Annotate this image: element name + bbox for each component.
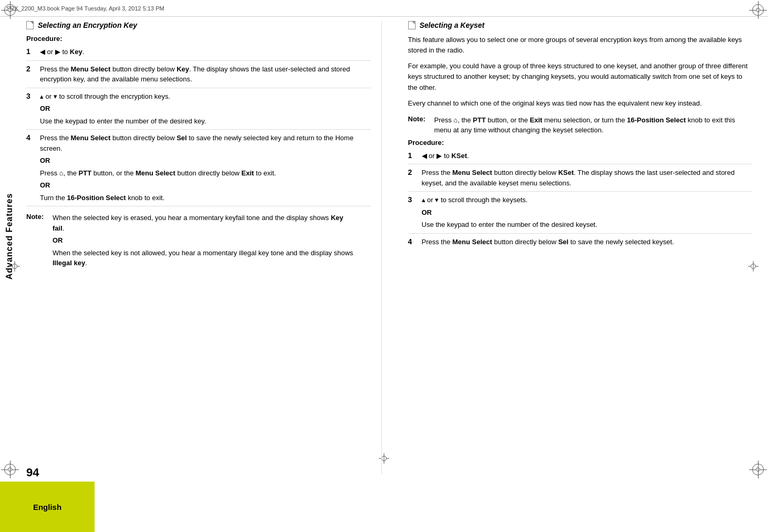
left-step-4: 4 Press the Menu Select button directly … bbox=[26, 133, 371, 206]
left-note-or: OR bbox=[53, 235, 371, 246]
left-step-1-content: ◀ or ▶ to Key. bbox=[40, 47, 84, 57]
right-section-title: Selecting a Keyset bbox=[408, 21, 753, 29]
corner-target-tl bbox=[4, 4, 16, 16]
left-section-title: Selecting an Encryption Key bbox=[26, 21, 371, 29]
right-step-1: 1 ◀ or ▶ to KSet. bbox=[408, 151, 753, 165]
left-step-3: 3 ▴ or ▾ to scroll through the encryptio… bbox=[26, 91, 371, 130]
doc-icon-left bbox=[26, 21, 34, 29]
left-note-content: When the selected key is erased, you hea… bbox=[53, 213, 371, 268]
right-step-4: 4 Press the Menu Select button directly … bbox=[408, 237, 753, 251]
right-step-3-num: 3 bbox=[408, 195, 417, 204]
english-tab-label: English bbox=[33, 503, 61, 512]
right-step-2-num: 2 bbox=[408, 168, 417, 176]
right-step-3-or: OR bbox=[422, 207, 598, 218]
right-step-2: 2 Press the Menu Select button directly … bbox=[408, 168, 753, 192]
right-step-3: 3 ▴ or ▾ to scroll through the keysets. … bbox=[408, 195, 753, 234]
right-step-3-content: ▴ or ▾ to scroll through the keysets. OR… bbox=[422, 195, 598, 230]
left-step-2-num: 2 bbox=[26, 65, 35, 73]
left-step-2: 2 Press the Menu Select button directly … bbox=[26, 64, 371, 88]
right-step-4-num: 4 bbox=[408, 237, 417, 246]
left-title-text: Selecting an Encryption Key bbox=[38, 21, 137, 29]
left-step-3-or: OR bbox=[40, 103, 206, 114]
left-procedure-heading: Procedure: bbox=[26, 35, 371, 43]
doc-icon-right bbox=[408, 21, 416, 29]
right-column: Selecting a Keyset This feature allows y… bbox=[403, 21, 753, 474]
right-intro-para2: For example, you could have a group of t… bbox=[408, 61, 753, 92]
main-content: Selecting an Encryption Key Procedure: 1… bbox=[26, 21, 752, 474]
left-step-3-num: 3 bbox=[26, 92, 35, 100]
left-column: Selecting an Encryption Key Procedure: 1… bbox=[26, 21, 382, 474]
right-note-content: Press ⌂, the PTT button, or the Exit men… bbox=[434, 115, 753, 135]
left-step-4-or2: OR bbox=[40, 180, 371, 191]
corner-target-bl bbox=[4, 464, 16, 475]
yellow-circle bbox=[11, 496, 24, 510]
columns: Selecting an Encryption Key Procedure: 1… bbox=[26, 21, 752, 474]
right-step-1-num: 1 bbox=[408, 151, 417, 160]
corner-target-br bbox=[752, 464, 764, 475]
left-step-3-content: ▴ or ▾ to scroll through the encryption … bbox=[40, 91, 206, 127]
left-note-label: Note: bbox=[26, 213, 45, 268]
left-step-1-num: 1 bbox=[26, 47, 35, 56]
right-note-label: Note: bbox=[408, 115, 427, 135]
right-step-1-content: ◀ or ▶ to KSet. bbox=[422, 151, 469, 161]
left-step-4-content: Press the Menu Select button directly be… bbox=[40, 133, 371, 203]
sidebar-label-text: Advanced Features bbox=[5, 193, 14, 280]
top-bar: SRX_2200_M3.book Page 94 Tuesday, April … bbox=[0, 0, 768, 17]
right-procedure-heading: Procedure: bbox=[408, 139, 753, 147]
right-step-4-content: Press the Menu Select button directly be… bbox=[422, 237, 674, 247]
top-bar-text: SRX_2200_M3.book Page 94 Tuesday, April … bbox=[6, 5, 164, 12]
right-title-text: Selecting a Keyset bbox=[420, 21, 485, 29]
corner-target-tr bbox=[752, 4, 764, 16]
left-note: Note: When the selected key is erased, y… bbox=[26, 213, 371, 268]
left-step-1: 1 ◀ or ▶ to Key. bbox=[26, 47, 371, 61]
left-step-4-or1: OR bbox=[40, 155, 371, 166]
right-note: Note: Press ⌂, the PTT button, or the Ex… bbox=[408, 115, 753, 135]
left-step-4-num: 4 bbox=[26, 133, 35, 142]
sidebar-label: Advanced Features bbox=[0, 53, 19, 420]
right-intro-para1: This feature allows you to select one or… bbox=[408, 35, 753, 56]
left-step-2-content: Press the Menu Select button directly be… bbox=[40, 64, 371, 85]
right-step-2-content: Press the Menu Select button directly be… bbox=[422, 168, 753, 188]
right-intro-para3: Every channel to which one of the origin… bbox=[408, 98, 753, 109]
